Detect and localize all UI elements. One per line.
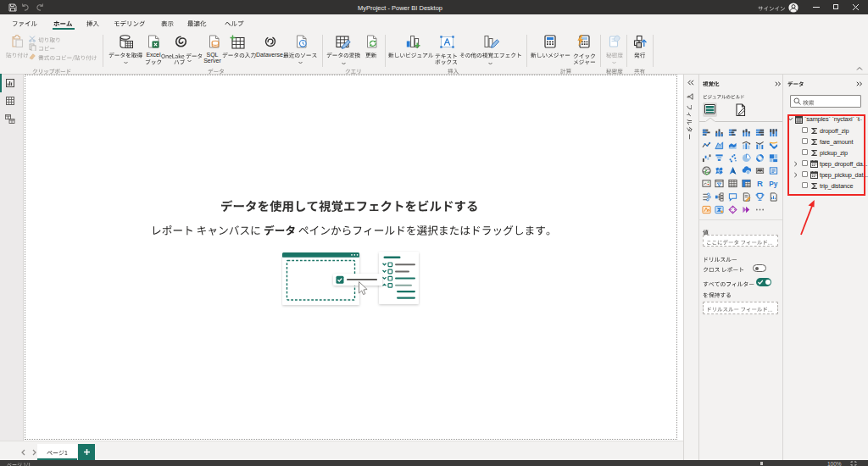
svg-text:R: R bbox=[757, 180, 763, 189]
svg-text:Py: Py bbox=[769, 180, 778, 188]
